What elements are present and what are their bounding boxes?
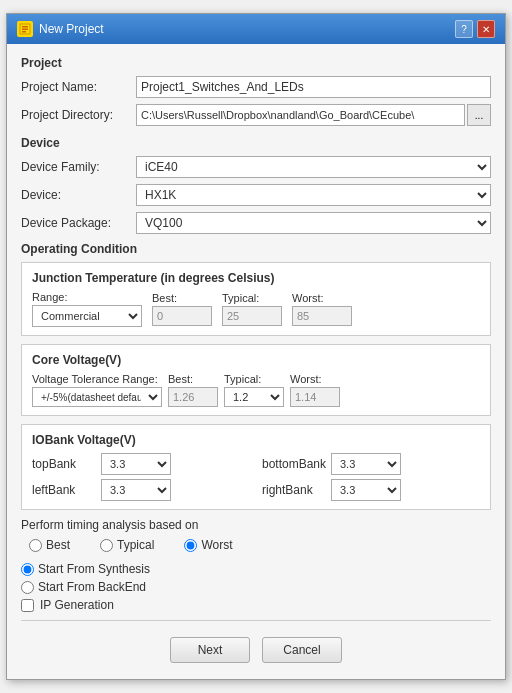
device-family-row: Device Family: iCE40 — [21, 156, 491, 178]
project-section: Project Project Name: Project Directory:… — [21, 56, 491, 126]
range-label: Range: — [32, 291, 142, 303]
timing-typical-label: Typical — [117, 538, 154, 552]
timing-section: Perform timing analysis based on Best Ty… — [21, 518, 491, 552]
timing-typical-option[interactable]: Typical — [100, 538, 154, 552]
project-section-label: Project — [21, 56, 491, 70]
start-backend-row: Start From BackEnd — [21, 580, 491, 594]
leftbank-row: leftBank 3.3 — [32, 479, 250, 501]
project-name-row: Project Name: — [21, 76, 491, 98]
iobank-title: IOBank Voltage(V) — [32, 433, 480, 447]
timing-typical-radio[interactable] — [100, 539, 113, 552]
typical-label: Typical: — [222, 292, 282, 304]
timing-worst-option[interactable]: Worst — [184, 538, 232, 552]
project-dir-input[interactable] — [136, 104, 465, 126]
core-voltage-subsection: Core Voltage(V) Voltage Tolerance Range:… — [21, 344, 491, 416]
button-row: Next Cancel — [21, 629, 491, 667]
timing-worst-radio[interactable] — [184, 539, 197, 552]
range-select[interactable]: Commercial — [32, 305, 142, 327]
vtol-col: Voltage Tolerance Range: +/-5%(datasheet… — [32, 373, 162, 407]
project-dir-label: Project Directory: — [21, 108, 136, 122]
device-section: Device Device Family: iCE40 Device: HX1K… — [21, 136, 491, 234]
leftbank-label: leftBank — [32, 483, 97, 497]
close-button[interactable]: ✕ — [477, 20, 495, 38]
vtol-select[interactable]: +/-5%(datasheet defau — [32, 387, 162, 407]
start-section: Start From Synthesis Start From BackEnd … — [21, 562, 491, 612]
window-title: New Project — [39, 22, 104, 36]
start-synthesis-option[interactable]: Start From Synthesis — [21, 562, 150, 576]
vworst-col: Worst: — [290, 373, 340, 407]
worst-label: Worst: — [292, 292, 352, 304]
ip-generation-row: IP Generation — [21, 598, 491, 612]
best-temp-input[interactable] — [152, 306, 212, 326]
timing-best-radio[interactable] — [29, 539, 42, 552]
device-label: Device: — [21, 188, 136, 202]
topbank-row: topBank 3.3 — [32, 453, 250, 475]
junction-title: Junction Temperature (in degrees Celsius… — [32, 271, 480, 285]
ip-generation-label: IP Generation — [40, 598, 114, 612]
device-select[interactable]: HX1K — [136, 184, 491, 206]
start-synthesis-row: Start From Synthesis — [21, 562, 491, 576]
vworst-input[interactable] — [290, 387, 340, 407]
start-backend-radio[interactable] — [21, 581, 34, 594]
device-package-label: Device Package: — [21, 216, 136, 230]
bottombank-row: bottomBank 3.3 — [262, 453, 480, 475]
project-name-input[interactable] — [136, 76, 491, 98]
vbest-label: Best: — [168, 373, 218, 385]
device-family-select[interactable]: iCE40 — [136, 156, 491, 178]
window-icon — [17, 21, 33, 37]
best-temp-group: Best: — [152, 292, 212, 326]
timing-best-option[interactable]: Best — [29, 538, 70, 552]
title-bar-buttons: ? ✕ — [455, 20, 495, 38]
svg-rect-1 — [22, 26, 28, 28]
project-dir-row: Project Directory: ... — [21, 104, 491, 126]
dialog-content: Project Project Name: Project Directory:… — [7, 44, 505, 679]
worst-temp-group: Worst: — [292, 292, 352, 326]
timing-worst-label: Worst — [201, 538, 232, 552]
vtypical-label: Typical: — [224, 373, 284, 385]
iobank-grid: topBank 3.3 bottomBank 3.3 leftBank — [32, 453, 480, 501]
rightbank-row: rightBank 3.3 — [262, 479, 480, 501]
ip-generation-checkbox[interactable] — [21, 599, 34, 612]
topbank-label: topBank — [32, 457, 97, 471]
core-voltage-title: Core Voltage(V) — [32, 353, 480, 367]
title-bar-left: New Project — [17, 21, 104, 37]
range-group: Range: Commercial — [32, 291, 142, 327]
vtypical-col: Typical: 1.2 — [224, 373, 284, 407]
divider — [21, 620, 491, 621]
vtypical-select[interactable]: 1.2 — [224, 387, 284, 407]
leftbank-select[interactable]: 3.3 — [101, 479, 171, 501]
title-bar: New Project ? ✕ — [7, 14, 505, 44]
iobank-subsection: IOBank Voltage(V) topBank 3.3 bottomBank… — [21, 424, 491, 510]
typical-temp-group: Typical: — [222, 292, 282, 326]
next-button[interactable]: Next — [170, 637, 250, 663]
vworst-label: Worst: — [290, 373, 340, 385]
new-project-dialog: New Project ? ✕ Project Project Name: Pr… — [6, 13, 506, 680]
voltage-cols: Voltage Tolerance Range: +/-5%(datasheet… — [32, 373, 480, 407]
junction-temp-row: Range: Commercial Best: Typical: — [32, 291, 480, 327]
start-synthesis-radio[interactable] — [21, 563, 34, 576]
cancel-button[interactable]: Cancel — [262, 637, 342, 663]
help-button[interactable]: ? — [455, 20, 473, 38]
operating-section: Operating Condition Junction Temperature… — [21, 242, 491, 552]
worst-temp-input[interactable] — [292, 306, 352, 326]
operating-section-label: Operating Condition — [21, 242, 491, 256]
device-family-label: Device Family: — [21, 160, 136, 174]
start-synthesis-label: Start From Synthesis — [38, 562, 150, 576]
vtol-label: Voltage Tolerance Range: — [32, 373, 162, 385]
vbest-col: Best: — [168, 373, 218, 407]
timing-best-label: Best — [46, 538, 70, 552]
device-package-select[interactable]: VQ100 — [136, 212, 491, 234]
topbank-select[interactable]: 3.3 — [101, 453, 171, 475]
svg-rect-3 — [22, 31, 26, 33]
start-backend-option[interactable]: Start From BackEnd — [21, 580, 146, 594]
bottombank-label: bottomBank — [262, 457, 327, 471]
vbest-input[interactable] — [168, 387, 218, 407]
timing-radio-row: Best Typical Worst — [29, 538, 491, 552]
timing-label: Perform timing analysis based on — [21, 518, 491, 532]
rightbank-label: rightBank — [262, 483, 327, 497]
typical-temp-input[interactable] — [222, 306, 282, 326]
rightbank-select[interactable]: 3.3 — [331, 479, 401, 501]
bottombank-select[interactable]: 3.3 — [331, 453, 401, 475]
browse-button[interactable]: ... — [467, 104, 491, 126]
project-name-label: Project Name: — [21, 80, 136, 94]
